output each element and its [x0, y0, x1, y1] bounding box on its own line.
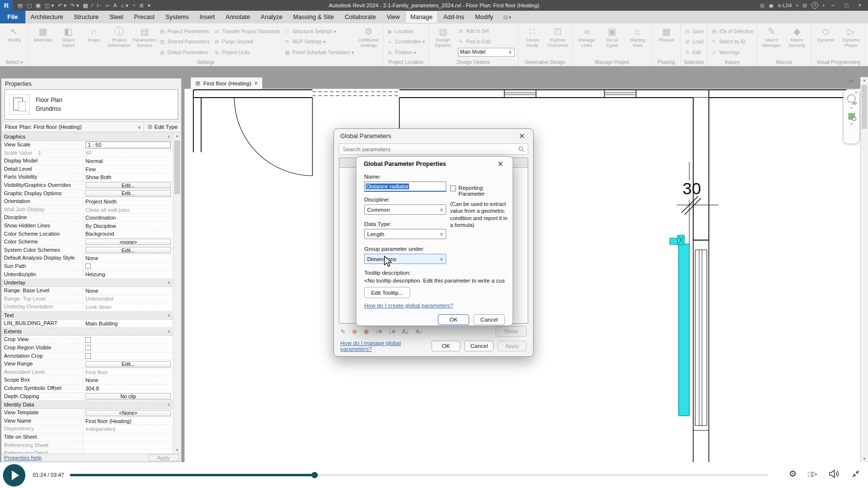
dialog-close-icon[interactable]: ✕ — [496, 160, 505, 168]
app-store-icon[interactable]: ⊟ — [803, 2, 807, 9]
tab-manage[interactable]: Manage — [405, 11, 438, 23]
section-icon[interactable]: ◔ — [132, 2, 136, 8]
ribbon-button-purge-unused[interactable]: ⊠Purge Unused — [214, 38, 280, 46]
property-value[interactable]: 50 — [83, 149, 173, 157]
ribbon-button-save[interactable]: ⊟Save — [684, 27, 704, 36]
ribbon-button-dynamo-player[interactable]: ▷Dynamo Player — [838, 25, 864, 59]
zoom-region-icon[interactable] — [848, 113, 855, 120]
tab-precast[interactable]: Precast — [128, 11, 160, 23]
dimension-text[interactable]: 30 — [682, 179, 701, 198]
property-edit-button[interactable]: <none> — [85, 239, 171, 245]
canvas-scrollbar[interactable]: ▲ ▼ — [860, 77, 868, 462]
property-value[interactable] — [83, 433, 173, 441]
property-value[interactable]: First floor (Heating) — [83, 417, 173, 425]
tab-steel[interactable]: Steel — [104, 11, 129, 23]
ribbon-button-macro-manager[interactable]: ✎Macro Manager — [759, 25, 784, 59]
ribbon-button-macro-security[interactable]: ◆Macro Security — [784, 25, 809, 59]
thin-lines-icon[interactable]: ≣ — [139, 2, 144, 9]
property-value[interactable]: Heizung — [83, 271, 173, 279]
ribbon-button-phases[interactable]: ▦Phases — [654, 25, 679, 59]
properties-icon[interactable]: ▤ — [18, 2, 22, 9]
canvas-scroll-down-icon[interactable]: ▼ — [861, 457, 868, 461]
tab-structure[interactable]: Structure — [68, 11, 104, 23]
progress-knob[interactable] — [311, 472, 318, 478]
property-value[interactable]: Project North — [83, 198, 173, 205]
property-value[interactable]: Edit... — [83, 190, 173, 198]
group-parameter-select[interactable]: Dimensions ∨ — [364, 254, 446, 264]
search-parameters-box[interactable] — [339, 143, 528, 155]
property-input[interactable]: 1 : 50 — [85, 142, 171, 148]
scrollbar-thumb[interactable] — [174, 141, 180, 194]
create-parameters-help-link[interactable]: How do I create global parameters? — [364, 303, 453, 308]
ribbon-button-shared-parameters[interactable]: ▥Shared Parameters — [159, 38, 210, 46]
modify-panel-toggle-icon[interactable]: ⊡ ▾ — [498, 11, 516, 23]
ribbon-button-starting-view[interactable]: ⌂Starting View — [625, 25, 650, 59]
property-value[interactable] — [83, 344, 173, 352]
property-value[interactable] — [83, 449, 173, 453]
property-value[interactable]: Look down — [83, 303, 173, 311]
property-edit-button[interactable]: Edit... — [85, 361, 171, 367]
zoom-options-chevron-icon[interactable]: ▼ — [850, 122, 853, 126]
collapse-icon[interactable]: ∧ — [167, 313, 170, 318]
new-parameter-icon[interactable]: ⊕ — [352, 328, 357, 335]
navigation-bar-handle-icon[interactable]: ◦ — [851, 128, 852, 132]
ribbon-button-pick-to-edit[interactable]: ✎Pick to Edit — [458, 38, 515, 46]
property-value[interactable]: Edit... — [83, 182, 173, 189]
tab-insert[interactable]: Insert — [194, 11, 220, 23]
ribbon-button-add-to-set[interactable]: ⊞Add to Set — [458, 27, 515, 35]
element-selector[interactable]: Floor Plan: First floor (Heating) — [5, 124, 135, 130]
edit-parameter-icon[interactable]: ✎ — [340, 328, 346, 335]
collapse-icon[interactable]: ∧ — [167, 402, 170, 407]
volume-icon[interactable] — [828, 469, 840, 478]
tag-icon[interactable]: ▱ — [105, 2, 109, 9]
property-edit-button[interactable]: Edit... — [85, 182, 171, 188]
property-value[interactable]: By Discipline — [83, 222, 173, 230]
property-value[interactable] — [83, 336, 173, 344]
view-tab[interactable]: ▦ First floor (Heating) × — [190, 77, 263, 89]
collapse-icon[interactable]: ∧ — [167, 134, 170, 139]
name-field[interactable]: Distance radiator — [364, 182, 446, 192]
ribbon-button-additional-settings[interactable]: ⚙Additional Settings — [356, 25, 381, 59]
ribbon-button-modify[interactable]: ↖Modify — [1, 25, 27, 59]
property-edit-button[interactable]: <None> — [85, 410, 171, 416]
move-up-icon[interactable]: ↑≡ — [375, 328, 382, 335]
help-icon[interactable]: ? — [811, 2, 818, 9]
ribbon-button-panel-schedule-templates[interactable]: ▦Panel Schedule Templates ▾ — [284, 48, 354, 57]
shrink-icon[interactable] — [851, 469, 860, 478]
save-icon[interactable]: ▣ — [36, 2, 41, 9]
ribbon-button-structural-settings[interactable]: ⌂Structural Settings ▾ — [284, 27, 354, 36]
scroll-down-icon[interactable]: ▼ — [173, 448, 181, 452]
gp-cancel-button[interactable]: Cancel — [464, 341, 494, 351]
ribbon-button-location[interactable]: ◉Location — [387, 27, 425, 36]
move-down-icon[interactable]: ↓≡ — [389, 328, 395, 335]
search-parameters-input[interactable] — [343, 146, 518, 152]
edit-type-button[interactable]: ⊞ Edit Type — [144, 122, 178, 132]
property-value[interactable]: First floor — [83, 368, 173, 376]
redo-icon[interactable]: ↷ ▾ — [70, 2, 79, 9]
ribbon-button-load[interactable]: ⊞Load — [684, 38, 704, 46]
steering-wheel-icon[interactable] — [847, 94, 856, 103]
ribbon-button-explore-outcomes[interactable]: ⊡Explore Outcomes — [545, 25, 571, 59]
scroll-up-icon[interactable]: ▲ — [173, 134, 181, 138]
property-value[interactable]: None — [83, 254, 173, 262]
property-value[interactable]: Show Both — [83, 173, 173, 181]
ribbon-button-snaps[interactable]: ∩Snaps — [81, 25, 106, 59]
property-value[interactable] — [83, 442, 173, 449]
section-header-text[interactable]: Text∧ — [1, 311, 173, 320]
active-design-option-select[interactable]: Main Model∨ — [458, 48, 515, 57]
ribbon-button-project-information[interactable]: ⓘProject Information — [106, 25, 132, 59]
ribbon-button-project-units[interactable]: ≣Project Units — [214, 48, 280, 57]
sync-with-central-icon[interactable]: ◫ ▾ — [44, 2, 54, 9]
search-icon[interactable]: ◎ — [760, 2, 765, 9]
tab-file[interactable]: File — [0, 11, 25, 23]
gpp-ok-button[interactable]: OK — [438, 314, 469, 325]
property-value[interactable]: 1 : 50 — [83, 141, 173, 149]
ribbon-button-select-by-id[interactable]: ↖Select by ID — [711, 38, 753, 46]
ribbon-button-mep-settings[interactable]: ≋MEP Settings ▾ — [284, 38, 354, 46]
tab-collaborate[interactable]: Collaborate — [339, 11, 381, 23]
manage-parameters-help-link[interactable]: How do I manage global parameters? — [340, 340, 428, 352]
ribbon-button-design-options[interactable]: ▤Design Options — [431, 25, 456, 59]
delete-parameter-icon[interactable]: ⊗ — [364, 328, 369, 335]
tab-massing-site[interactable]: Massing & Site — [288, 11, 339, 23]
ribbon-button-project-parameters[interactable]: ▤Project Parameters — [159, 27, 210, 36]
